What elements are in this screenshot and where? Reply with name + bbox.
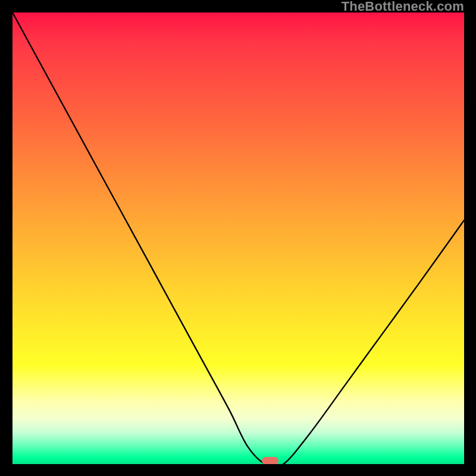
optimal-marker — [262, 457, 278, 464]
curve-path — [12, 12, 464, 464]
chart-frame: TheBottleneck.com — [0, 0, 476, 476]
plot-area — [12, 12, 464, 464]
bottleneck-curve — [12, 12, 464, 464]
